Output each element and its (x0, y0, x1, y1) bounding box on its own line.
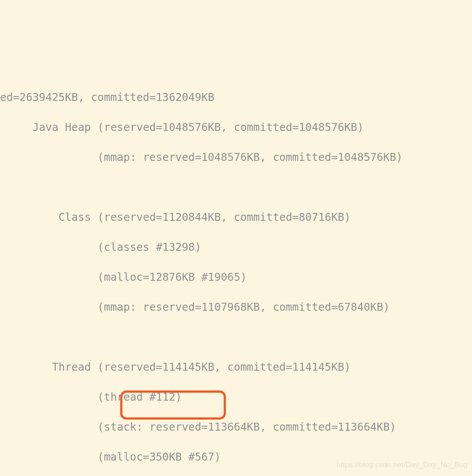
java-heap-mmap-line: (mmap: reserved=1048576KB, committed=104… (0, 150, 472, 165)
class-count-line: (classes #13298) (0, 240, 472, 255)
java-heap-line: Java Heap (reserved=1048576KB, committed… (0, 120, 472, 135)
terminal-output: ed=2639425KB, committed=1362049KB Java H… (0, 75, 472, 476)
blank-line (0, 180, 472, 195)
watermark-text: https://blog.csdn.net/Day_Day_No_Bug (336, 457, 468, 472)
class-line: Class (reserved=1120844KB, committed=807… (0, 210, 472, 225)
thread-count-line: (thread #112) (0, 390, 472, 405)
thread-line: Thread (reserved=114145KB, committed=114… (0, 360, 472, 375)
blank-line (0, 330, 472, 345)
class-mmap-line: (mmap: reserved=1107968KB, committed=678… (0, 300, 472, 315)
total-line-1: ed=2639425KB, committed=1362049KB (0, 90, 472, 105)
class-malloc-line: (malloc=12876KB #19065) (0, 270, 472, 285)
thread-stack-line: (stack: reserved=113664KB, committed=113… (0, 420, 472, 435)
